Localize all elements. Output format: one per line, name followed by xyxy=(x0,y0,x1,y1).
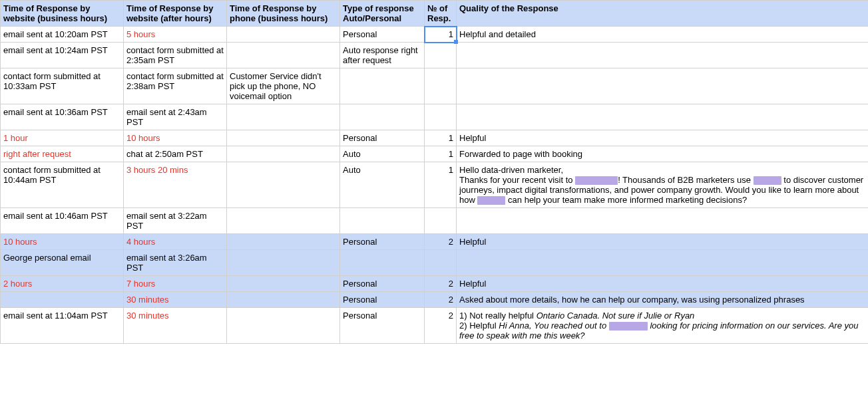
redacted-text xyxy=(477,196,505,205)
cell-c1[interactable]: 4 hours xyxy=(124,234,227,250)
header-row: Time of Response by website (business ho… xyxy=(1,1,869,27)
cell-c4[interactable] xyxy=(425,68,457,104)
cell-c0[interactable]: contact form submitted at 10:33am PST xyxy=(1,68,124,104)
cell-c2[interactable] xyxy=(227,43,340,68)
cell-c1[interactable]: 3 hours 20 mins xyxy=(124,162,227,208)
cell-c4[interactable]: 2 xyxy=(425,308,457,344)
cell-quality[interactable]: Helpful xyxy=(457,276,869,292)
cell-c3[interactable]: Personal xyxy=(340,292,425,308)
cell-c2[interactable] xyxy=(227,27,340,43)
cell-c1[interactable]: chat at 2:50am PST xyxy=(124,146,227,162)
cell-c3[interactable]: Personal xyxy=(340,308,425,344)
header-col-2[interactable]: Time of Response by phone (business hour… xyxy=(227,1,340,27)
cell-c4[interactable]: 1 xyxy=(425,27,457,43)
cell-c2[interactable] xyxy=(227,234,340,250)
cell-quality[interactable]: Forwarded to page with booking xyxy=(457,146,869,162)
cell-c0[interactable]: 10 hours xyxy=(1,234,124,250)
cell-c1[interactable]: contact form submitted at 2:35am PST xyxy=(124,43,227,68)
cell-c0[interactable]: email sent at 10:36am PST xyxy=(1,104,124,130)
cell-c3[interactable]: Personal xyxy=(340,234,425,250)
cell-c0[interactable]: 2 hours xyxy=(1,276,124,292)
cell-c0[interactable]: email sent at 10:24am PST xyxy=(1,43,124,68)
cell-quality[interactable]: Hello data-driven marketer,Thanks for yo… xyxy=(457,162,869,208)
cell-c4[interactable]: 2 xyxy=(425,234,457,250)
table-row: email sent at 10:36am PSTemail sent at 2… xyxy=(1,104,869,130)
table-row: 10 hours4 hoursPersonal2Helpful xyxy=(1,234,869,250)
cell-c3[interactable]: Auto xyxy=(340,146,425,162)
cell-quality[interactable] xyxy=(457,68,869,104)
cell-c4[interactable]: 1 xyxy=(425,146,457,162)
cell-c1[interactable]: email sent at 3:26am PST xyxy=(124,250,227,276)
cell-c0[interactable]: email sent at 10:20am PST xyxy=(1,27,124,43)
cell-c2[interactable] xyxy=(227,208,340,234)
cell-c2[interactable] xyxy=(227,276,340,292)
cell-c0[interactable]: contact form submitted at 10:44am PST xyxy=(1,162,124,208)
cell-c3[interactable]: Auto xyxy=(340,162,425,208)
cell-c2[interactable] xyxy=(227,104,340,130)
header-col-3[interactable]: Type of response Auto/Personal xyxy=(340,1,425,27)
cell-c2[interactable] xyxy=(227,162,340,208)
header-col-1[interactable]: Time of Response by website (after hours… xyxy=(124,1,227,27)
cell-c4[interactable] xyxy=(425,250,457,276)
cell-c3[interactable] xyxy=(340,104,425,130)
cell-c0[interactable]: George personal email xyxy=(1,250,124,276)
cell-c1[interactable]: 5 hours xyxy=(124,27,227,43)
cell-quality[interactable] xyxy=(457,250,869,276)
redacted-text xyxy=(754,176,781,185)
table-row: 30 minutesPersonal2Asked about more deta… xyxy=(1,292,869,308)
cell-quality[interactable] xyxy=(457,208,869,234)
cell-c0[interactable] xyxy=(1,292,124,308)
cell-c1[interactable]: 30 minutes xyxy=(124,292,227,308)
cell-c4[interactable]: 1 xyxy=(425,130,457,146)
cell-c3[interactable]: Personal xyxy=(340,130,425,146)
cell-c0[interactable]: email sent at 11:04am PST xyxy=(1,308,124,344)
cell-c2[interactable]: Customer Service didn't pick up the phon… xyxy=(227,68,340,104)
table-row: email sent at 10:20am PST5 hoursPersonal… xyxy=(1,27,869,43)
redacted-text xyxy=(575,176,618,185)
cell-c2[interactable] xyxy=(227,308,340,344)
header-col-0[interactable]: Time of Response by website (business ho… xyxy=(1,1,124,27)
table-row: 2 hours7 hoursPersonal2Helpful xyxy=(1,276,869,292)
cell-c0[interactable]: right after request xyxy=(1,146,124,162)
cell-c0[interactable]: 1 hour xyxy=(1,130,124,146)
cell-c2[interactable] xyxy=(227,250,340,276)
cell-quality[interactable]: Helpful xyxy=(457,234,869,250)
cell-c1[interactable]: 7 hours xyxy=(124,276,227,292)
cell-c2[interactable] xyxy=(227,292,340,308)
cell-quality[interactable]: 1) Not really helpful Ontario Canada. No… xyxy=(457,308,869,344)
cell-quality[interactable]: Helpful xyxy=(457,130,869,146)
cell-c1[interactable]: contact form submitted at 2:38am PST xyxy=(124,68,227,104)
cell-c3[interactable] xyxy=(340,250,425,276)
response-table[interactable]: Time of Response by website (business ho… xyxy=(0,0,868,344)
redacted-text xyxy=(609,322,648,331)
table-row: email sent at 10:46am PSTemail sent at 3… xyxy=(1,208,869,234)
cell-c1[interactable]: email sent at 3:22am PST xyxy=(124,208,227,234)
cell-c4[interactable]: 2 xyxy=(425,276,457,292)
cell-c2[interactable] xyxy=(227,146,340,162)
cell-c4[interactable] xyxy=(425,43,457,68)
table-row: 1 hour10 hoursPersonal1Helpful xyxy=(1,130,869,146)
cell-c4[interactable] xyxy=(425,104,457,130)
cell-c3[interactable] xyxy=(340,208,425,234)
cell-c2[interactable] xyxy=(227,130,340,146)
header-col-5[interactable]: Quality of the Response xyxy=(457,1,869,27)
cell-quality[interactable] xyxy=(457,104,869,130)
cell-c1[interactable]: 10 hours xyxy=(124,130,227,146)
table-row: contact form submitted at 10:44am PST3 h… xyxy=(1,162,869,208)
cell-quality[interactable]: Helpful and detailed xyxy=(457,27,869,43)
cell-c0[interactable]: email sent at 10:46am PST xyxy=(1,208,124,234)
cell-quality[interactable] xyxy=(457,43,869,68)
header-col-4[interactable]: № of Resp. xyxy=(425,1,457,27)
cell-quality[interactable]: Asked about more details, how he can hel… xyxy=(457,292,869,308)
cell-c4[interactable]: 2 xyxy=(425,292,457,308)
cell-c3[interactable]: Personal xyxy=(340,27,425,43)
cell-c1[interactable]: email sent at 2:43am PST xyxy=(124,104,227,130)
table-row: George personal emailemail sent at 3:26a… xyxy=(1,250,869,276)
cell-c3[interactable]: Personal xyxy=(340,276,425,292)
cell-c4[interactable] xyxy=(425,208,457,234)
cell-c1[interactable]: 30 minutes xyxy=(124,308,227,344)
cell-c3[interactable] xyxy=(340,68,425,104)
cell-c4[interactable]: 1 xyxy=(425,162,457,208)
table-row: email sent at 10:24am PSTcontact form su… xyxy=(1,43,869,68)
cell-c3[interactable]: Auto response right after request xyxy=(340,43,425,68)
